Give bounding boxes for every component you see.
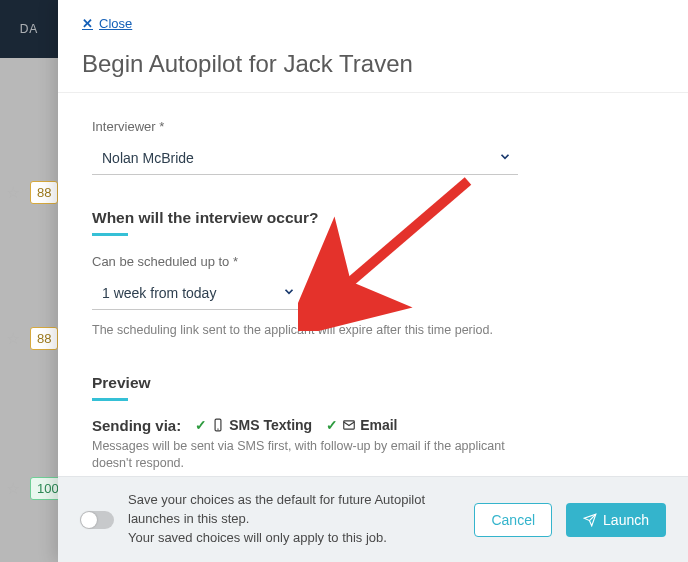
interviewer-value: Nolan McBride xyxy=(102,150,194,166)
sending-via-label: Sending via: xyxy=(92,417,181,434)
channel-sms-label: SMS Texting xyxy=(229,417,312,433)
schedule-field-label: Can be scheduled up to * xyxy=(92,254,518,269)
applicant-row: ☆88 xyxy=(0,168,58,216)
launch-button[interactable]: Launch xyxy=(566,503,666,537)
check-icon: ✓ xyxy=(195,417,207,433)
score-badge: 88 xyxy=(30,327,58,350)
star-icon[interactable]: ☆ xyxy=(6,479,20,498)
envelope-icon xyxy=(342,418,356,432)
schedule-window-select[interactable]: 1 week from today xyxy=(92,277,302,310)
star-icon[interactable]: ☆ xyxy=(6,183,20,202)
chevron-down-icon xyxy=(282,285,296,302)
preview-heading: Preview xyxy=(92,374,151,401)
channel-email: ✓ Email xyxy=(326,417,397,433)
close-label: Close xyxy=(99,16,132,31)
modal-footer: Save your choices as the default for fut… xyxy=(58,476,688,562)
cancel-button[interactable]: Cancel xyxy=(474,503,552,537)
modal-title: Begin Autopilot for Jack Traven xyxy=(82,50,664,78)
cancel-label: Cancel xyxy=(491,512,535,528)
chevron-down-icon xyxy=(498,150,512,167)
applicant-row: ☆100 xyxy=(0,464,66,512)
paper-plane-icon xyxy=(583,513,597,527)
interviewer-select[interactable]: Nolan McBride xyxy=(92,142,518,175)
autopilot-modal: ✕ Close Begin Autopilot for Jack Traven … xyxy=(58,0,688,562)
score-badge: 88 xyxy=(30,181,58,204)
schedule-window-value: 1 week from today xyxy=(102,285,216,301)
star-icon[interactable]: ☆ xyxy=(6,329,20,348)
preview-helper-text: Messages will be sent via SMS first, wit… xyxy=(92,438,518,473)
schedule-heading: When will the interview occur? xyxy=(92,209,319,236)
channel-sms: ✓ SMS Texting xyxy=(195,417,312,433)
save-default-toggle[interactable] xyxy=(80,511,114,529)
interviewer-label: Interviewer * xyxy=(92,119,518,134)
check-icon: ✓ xyxy=(326,417,338,433)
channel-email-label: Email xyxy=(360,417,397,433)
close-button[interactable]: ✕ Close xyxy=(82,16,132,31)
applicant-row: ☆88 xyxy=(0,314,58,362)
save-default-description: Save your choices as the default for fut… xyxy=(128,491,460,548)
launch-label: Launch xyxy=(603,512,649,528)
schedule-helper-text: The scheduling link sent to the applican… xyxy=(92,322,518,340)
close-icon: ✕ xyxy=(82,16,93,31)
phone-icon xyxy=(211,418,225,432)
